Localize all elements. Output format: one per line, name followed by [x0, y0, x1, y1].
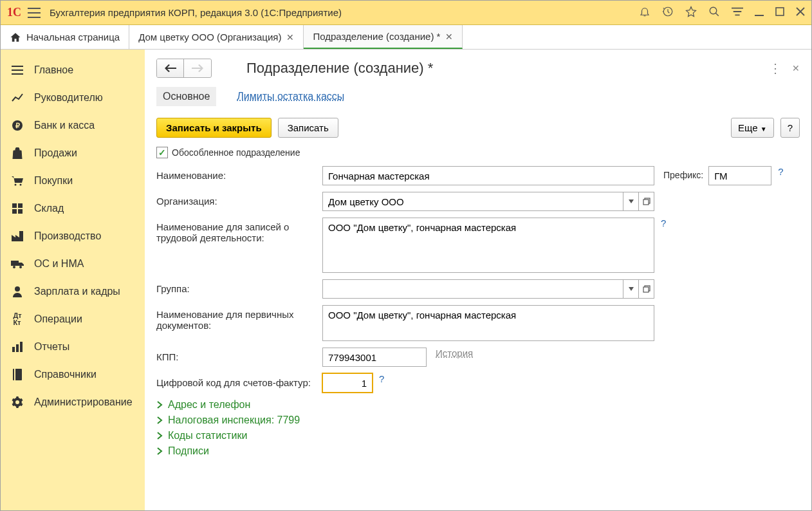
subtab-limits[interactable]: Лимиты остатка кассы [230, 87, 351, 106]
expand-label: Коды статистики [168, 430, 247, 441]
page-title: Подразделение (создание) * [246, 60, 769, 77]
sidebar-item-main[interactable]: Главное [1, 56, 145, 84]
tab-close-icon[interactable]: ✕ [445, 32, 453, 42]
tab-close-icon[interactable]: ✕ [286, 32, 294, 42]
expand-tax[interactable]: Налоговая инспекция: 7799 [156, 414, 800, 426]
sidebar-item-manager[interactable]: Руководителю [1, 84, 145, 111]
sidebar-label: Справочники [34, 369, 97, 380]
separate-division-checkbox[interactable]: ✓ [156, 147, 168, 158]
dropdown-icon[interactable] [623, 279, 639, 299]
menu-icon[interactable] [28, 8, 41, 18]
help-icon[interactable]: ? [661, 218, 666, 228]
tab-organization[interactable]: Дом цветку ООО (Организация) ✕ [129, 25, 304, 49]
group-input[interactable] [322, 279, 623, 299]
svg-point-1 [710, 7, 717, 14]
sidebar-label: Руководителю [34, 92, 103, 104]
more-button[interactable]: Еще ▼ [731, 118, 774, 138]
sidebar-item-warehouse[interactable]: Склад [1, 194, 145, 222]
sidebar-item-admin[interactable]: Администрирование [1, 388, 145, 416]
sidebar-item-purchases[interactable]: Покупки [1, 167, 145, 194]
filter-icon[interactable] [732, 7, 743, 18]
org-label: Организация: [156, 192, 322, 207]
history-icon[interactable] [662, 6, 674, 19]
sidebar: Главное Руководителю ₽Банк и касса Прода… [1, 50, 145, 510]
more-menu-icon[interactable]: ⋮ [769, 62, 782, 75]
labor-name-input[interactable] [322, 218, 654, 273]
expand-stat[interactable]: Коды статистики [156, 430, 800, 441]
svg-rect-7 [12, 203, 17, 208]
sidebar-label: Продажи [34, 147, 77, 159]
app-title: Бухгалтерия предприятия КОРП, редакция 3… [50, 7, 639, 18]
expand-label: Налоговая инспекция: 7799 [168, 414, 300, 426]
help-button[interactable]: ? [780, 118, 800, 138]
svg-rect-2 [776, 8, 784, 15]
svg-text:₽: ₽ [15, 122, 20, 129]
kpp-input[interactable] [322, 348, 427, 367]
expand-address[interactable]: Адрес и телефон [156, 399, 800, 411]
maximize-icon[interactable] [775, 7, 784, 18]
svg-rect-15 [16, 344, 19, 352]
tab-org-label: Дом цветку ООО (Организация) [138, 32, 281, 42]
dropdown-icon[interactable] [623, 192, 639, 211]
sidebar-item-directories[interactable]: Справочники [1, 360, 145, 388]
expand-sign[interactable]: Подписи [156, 445, 800, 457]
main-content: Подразделение (создание) * ⋮ ✕ Основное … [145, 50, 811, 510]
bell-icon[interactable] [639, 6, 651, 19]
save-button[interactable]: Записать [278, 118, 338, 138]
digit-code-input[interactable] [322, 373, 373, 393]
sidebar-item-salary[interactable]: Зарплата и кадры [1, 277, 145, 305]
open-icon[interactable] [639, 192, 654, 211]
svg-rect-22 [643, 287, 649, 292]
close-icon[interactable] [796, 7, 805, 18]
sidebar-item-reports[interactable]: Отчеты [1, 333, 145, 360]
tab-home-label: Начальная страница [26, 32, 120, 42]
subtab-main[interactable]: Основное [156, 87, 216, 106]
bars-icon [10, 339, 25, 355]
tab-bar: Начальная страница Дом цветку ООО (Орган… [1, 25, 811, 50]
svg-point-12 [19, 266, 22, 268]
chart-icon [10, 90, 25, 106]
name-input[interactable] [322, 166, 654, 185]
svg-rect-20 [643, 200, 649, 205]
doc-name-input[interactable] [322, 305, 654, 341]
org-input[interactable] [322, 192, 623, 211]
sidebar-label: Главное [34, 64, 73, 76]
cart-icon [10, 173, 25, 189]
titlebar: 1C Бухгалтерия предприятия КОРП, редакци… [1, 1, 811, 25]
tab-subdivision[interactable]: Подразделение (создание) * ✕ [304, 25, 463, 49]
sidebar-item-production[interactable]: Производство [1, 222, 145, 250]
help-icon[interactable]: ? [379, 373, 384, 384]
labor-name-label: Наименование для записей о трудовой деят… [156, 218, 322, 243]
svg-rect-14 [12, 347, 15, 352]
expand-label: Подписи [168, 445, 209, 457]
sidebar-label: Операции [34, 313, 82, 325]
sidebar-item-operations[interactable]: ДтКтОперации [1, 305, 145, 333]
help-icon[interactable]: ? [778, 166, 783, 177]
back-button[interactable] [157, 59, 184, 77]
history-link[interactable]: История [436, 348, 473, 358]
open-icon[interactable] [639, 279, 654, 299]
sidebar-item-assets[interactable]: ОС и НМА [1, 250, 145, 277]
name-label: Наименование: [156, 166, 322, 181]
logo-1c: 1C [7, 6, 21, 19]
bag-icon [10, 145, 25, 161]
save-close-button[interactable]: Записать и закрыть [156, 118, 272, 138]
minimize-icon[interactable] [755, 7, 764, 18]
sidebar-label: ОС и НМА [34, 258, 84, 270]
search-icon[interactable] [708, 6, 720, 19]
group-label: Группа: [156, 279, 322, 294]
tab-home[interactable]: Начальная страница [1, 25, 129, 49]
close-panel-icon[interactable]: ✕ [792, 63, 800, 73]
factory-icon [10, 228, 25, 244]
expand-label: Адрес и телефон [168, 399, 250, 411]
sidebar-label: Банк и касса [34, 120, 95, 131]
ruble-icon: ₽ [10, 118, 25, 133]
kpp-label: КПП: [156, 348, 322, 362]
tab-subdiv-label: Подразделение (создание) * [313, 31, 440, 42]
sidebar-item-bank[interactable]: ₽Банк и касса [1, 111, 145, 139]
prefix-input[interactable] [708, 166, 771, 185]
sidebar-item-sales[interactable]: Продажи [1, 139, 145, 167]
forward-button[interactable] [184, 59, 211, 77]
star-icon[interactable] [685, 6, 697, 19]
svg-point-5 [15, 183, 17, 185]
